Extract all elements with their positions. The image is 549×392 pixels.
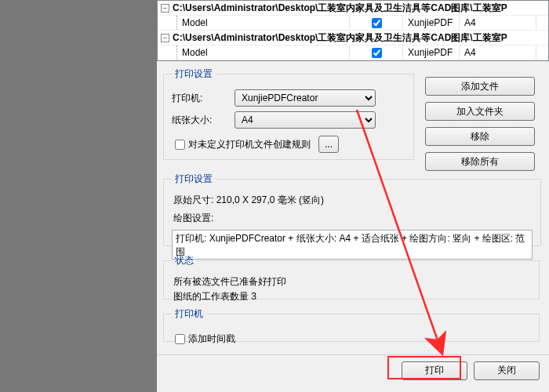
- leaf-name: Model: [177, 16, 350, 30]
- leaf-name: Model: [177, 45, 350, 60]
- tree-leaf-row[interactable]: Model XunjiePDF A4: [158, 45, 548, 60]
- group-legend: 状态: [172, 254, 197, 267]
- group-legend: 打印设置: [172, 67, 216, 81]
- add-file-button[interactable]: 添加文件: [425, 77, 535, 96]
- group-print-settings-2: 打印设置 原始尺寸: 210,0 X 297,0 毫米 (竖向) 绘图设置: 打…: [163, 172, 541, 246]
- leaf-checkbox[interactable]: [372, 18, 382, 28]
- tree-path-text: C:\Users\Administrator\Desktop\工装室内家具及卫生…: [169, 31, 507, 45]
- paper-size-select[interactable]: A4: [235, 111, 376, 129]
- orig-size-value: 210,0 X 297,0 毫米 (竖向): [216, 194, 324, 205]
- rule-more-button[interactable]: ...: [318, 136, 339, 153]
- leaf-converter: XunjiePDF: [403, 16, 460, 30]
- printer-label: 打印机:: [172, 92, 235, 105]
- tree-connector: [165, 45, 177, 60]
- paper-label: 纸张大小:: [172, 114, 235, 127]
- tree-path-row[interactable]: − C:\Users\Administrator\Desktop\工装室内家具及…: [158, 1, 548, 16]
- dialog-button-bar: 打印 关闭: [157, 354, 549, 386]
- tree-path-row[interactable]: − C:\Users\Administrator\Desktop\工装室内家具及…: [158, 31, 548, 45]
- leaf-check-cell[interactable]: [350, 45, 403, 60]
- orig-size-label: 原始尺寸:: [173, 194, 213, 205]
- group-printer: 打印机 添加时间戳: [163, 307, 540, 342]
- create-rule-checkbox[interactable]: [175, 140, 185, 150]
- group-legend: 打印机: [172, 307, 206, 321]
- create-rule-label: 对未定义打印机文件创建规则: [188, 138, 311, 151]
- side-buttons: 添加文件 加入文件夹 移除 移除所有: [425, 77, 540, 177]
- status-line-2: 图纸的工作表数量 3: [173, 290, 529, 303]
- timestamp-label: 添加时间戳: [188, 332, 235, 346]
- printer-select[interactable]: XunjiePDFCreator: [235, 89, 376, 107]
- group-legend: 打印设置: [172, 172, 216, 186]
- file-tree[interactable]: − C:\Users\Administrator\Desktop\工装室内家具及…: [157, 0, 549, 61]
- draw-settings-label: 绘图设置:: [173, 212, 213, 223]
- collapse-icon[interactable]: −: [161, 4, 169, 13]
- leaf-checkbox[interactable]: [372, 48, 382, 58]
- leaf-converter: XunjiePDF: [403, 45, 460, 60]
- leaf-paper: A4: [460, 45, 536, 60]
- remove-all-button[interactable]: 移除所有: [425, 152, 535, 171]
- close-button[interactable]: 关闭: [474, 361, 540, 380]
- print-button[interactable]: 打印: [402, 361, 467, 380]
- group-print-settings: 打印设置 打印机: XunjiePDFCreator 纸张大小: A4 对未定义…: [163, 67, 414, 160]
- group-status: 状态 所有被选文件已准备好打印 图纸的工作表数量 3: [163, 254, 540, 299]
- tree-connector: [165, 16, 177, 30]
- timestamp-checkbox[interactable]: [175, 334, 185, 344]
- print-dialog: − C:\Users\Administrator\Desktop\工装室内家具及…: [157, 0, 549, 392]
- remove-button[interactable]: 移除: [425, 127, 535, 146]
- leaf-paper: A4: [460, 16, 536, 30]
- tree-path-text: C:\Users\Administrator\Desktop\工装室内家具及卫生…: [169, 2, 507, 15]
- status-line-1: 所有被选文件已准备好打印: [173, 275, 529, 289]
- add-folder-button[interactable]: 加入文件夹: [425, 102, 535, 121]
- leaf-check-cell[interactable]: [350, 16, 403, 30]
- tree-leaf-row[interactable]: Model XunjiePDF A4: [158, 16, 548, 31]
- collapse-icon[interactable]: −: [161, 34, 169, 42]
